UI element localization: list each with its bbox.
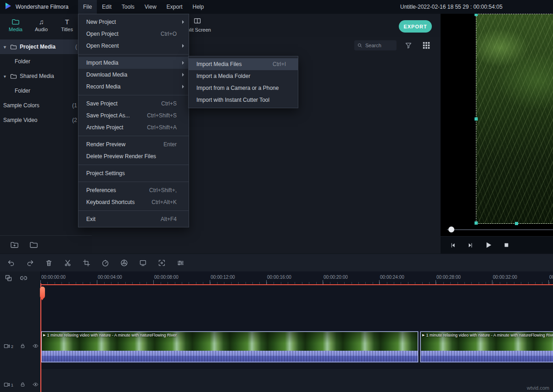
- submenu-import-from-camera-phone[interactable]: Import from a Camera or a Phone: [189, 82, 298, 94]
- file-menu-keyboard-shortcuts[interactable]: Keyboard ShortcutsCtrl+Alt+K: [78, 196, 189, 208]
- track-2-lock-button[interactable]: [20, 343, 26, 349]
- tab-audio-label: Audio: [35, 27, 48, 32]
- delete-button[interactable]: [45, 259, 53, 267]
- music-note-icon: ♫: [39, 18, 44, 25]
- split-clip-button[interactable]: [64, 259, 72, 267]
- selection-handle[interactable]: [475, 14, 478, 16]
- submenu-import-media-folder[interactable]: Import a Media Folder: [189, 70, 298, 82]
- menu-separator: [78, 95, 189, 95]
- scissors-icon: [64, 259, 72, 267]
- menu-separator: [78, 54, 189, 55]
- play-icon: ▶: [422, 333, 425, 337]
- preview-panel: [441, 14, 553, 254]
- export-button[interactable]: EXPORT: [399, 20, 432, 33]
- file-menu-open-recent[interactable]: Open Recent: [78, 40, 189, 52]
- filter-button[interactable]: [405, 42, 412, 49]
- sliders-icon: [177, 259, 184, 267]
- track-1-badge: 1: [4, 382, 13, 387]
- split-screen-icon: [194, 18, 201, 24]
- layers-icon: [5, 274, 12, 282]
- menu-edit[interactable]: Edit: [97, 0, 117, 14]
- clip-2-thumbnails: ▶ 1 minute relaxing video with nature - …: [421, 332, 553, 351]
- filmora-logo-icon: [5, 2, 12, 11]
- clip-1-thumbnails: ▶ 1 minute relaxing video with nature - …: [42, 332, 418, 351]
- eye-icon: [32, 381, 39, 387]
- link-button[interactable]: [20, 274, 28, 282]
- color-correction-button[interactable]: [120, 259, 128, 267]
- stop-button[interactable]: [503, 242, 509, 248]
- file-menu-exit[interactable]: ExitAlt+F4: [78, 213, 189, 225]
- speed-button[interactable]: [101, 259, 109, 267]
- file-menu-delete-preview-render-files[interactable]: Delete Preview Render Files: [78, 150, 189, 162]
- caret-down-icon[interactable]: ▾: [4, 44, 10, 50]
- search-box[interactable]: [354, 40, 397, 50]
- import-media-submenu: Import Media FilesCtrl+I Import a Media …: [188, 56, 298, 108]
- preview-seek-bar[interactable]: [447, 229, 553, 230]
- search-input[interactable]: [364, 42, 395, 49]
- file-menu-save-project[interactable]: Save ProjectCtrl+S: [78, 98, 189, 110]
- file-menu-archive-project[interactable]: Archive ProjectCtrl+Shift+A: [78, 121, 189, 133]
- stop-icon: [503, 242, 509, 248]
- view-mode-button[interactable]: [422, 41, 430, 50]
- crop-button[interactable]: [83, 259, 90, 267]
- new-folder-button[interactable]: [10, 241, 19, 248]
- playback-controls: [441, 236, 553, 254]
- tab-audio[interactable]: ♫ Audio: [28, 14, 54, 37]
- media-panel-footer: [0, 235, 92, 254]
- file-menu-new-project[interactable]: New Project: [78, 16, 189, 28]
- file-menu-preferences[interactable]: PreferencesCtrl+Shift+,: [78, 184, 189, 196]
- undo-button[interactable]: [7, 259, 15, 267]
- menu-tools[interactable]: Tools: [117, 0, 140, 14]
- timeline-toolbar: [0, 254, 553, 271]
- timeline-clip-1[interactable]: ▶ 1 minute relaxing video with nature - …: [41, 331, 418, 362]
- menu-help[interactable]: Help: [188, 0, 209, 14]
- manage-tracks-button[interactable]: [5, 274, 12, 282]
- caret-down-icon[interactable]: ▾: [4, 74, 10, 79]
- selection-handle[interactable]: [475, 221, 478, 225]
- titles-icon: T: [65, 18, 69, 25]
- file-menu-import-media[interactable]: Import Media: [78, 57, 189, 69]
- step-back-icon: [450, 242, 456, 248]
- filter-icon: [405, 42, 412, 49]
- green-screen-button[interactable]: [139, 259, 147, 267]
- watermark: wtvid.com: [527, 385, 549, 391]
- file-menu-project-settings[interactable]: Project Settings: [78, 167, 189, 179]
- clip-2-audio-waveform: [421, 351, 553, 362]
- submenu-import-instant-cutter[interactable]: Import with Instant Cutter Tool: [189, 94, 298, 106]
- video-track-1-lane[interactable]: [40, 369, 553, 392]
- tab-media[interactable]: Media: [3, 14, 28, 37]
- redo-icon: [26, 259, 34, 267]
- file-menu-save-project-as[interactable]: Save Project As...Ctrl+Shift+S: [78, 110, 189, 121]
- play-button[interactable]: [485, 241, 492, 249]
- track-1-visibility-button[interactable]: [32, 381, 39, 387]
- auto-reframe-button[interactable]: [158, 259, 166, 267]
- file-menu-render-preview[interactable]: Render PreviewEnter: [78, 138, 189, 150]
- menu-view[interactable]: View: [140, 0, 162, 14]
- timeline-clip-2[interactable]: ▶ 1 minute relaxing video with nature - …: [420, 331, 553, 362]
- file-menu-record-media[interactable]: Record Media: [78, 81, 189, 93]
- preview-seek-handle[interactable]: [448, 226, 454, 232]
- track-2-visibility-button[interactable]: [32, 343, 39, 349]
- playhead-handle[interactable]: [40, 287, 45, 298]
- menu-file[interactable]: File: [78, 0, 97, 14]
- next-frame-button[interactable]: [467, 242, 474, 248]
- previous-frame-button[interactable]: [450, 242, 456, 248]
- file-menu-open-project[interactable]: Open ProjectCtrl+O: [78, 28, 189, 40]
- selection-handle[interactable]: [475, 117, 478, 121]
- redo-button[interactable]: [26, 259, 34, 267]
- track-1-lock-button[interactable]: [20, 381, 26, 387]
- delete-folder-button[interactable]: [29, 241, 39, 248]
- submenu-import-media-files[interactable]: Import Media FilesCtrl+I: [189, 58, 298, 70]
- adjust-button[interactable]: [177, 259, 184, 267]
- tab-titles[interactable]: T Titles: [54, 14, 80, 37]
- timeline-ruler[interactable]: 00:00:00:00 00:00:04:00 00:00:08:00 00:0…: [40, 271, 553, 285]
- preview-video-canvas[interactable]: [476, 14, 553, 224]
- lock-icon: [20, 343, 26, 349]
- menu-export[interactable]: Export: [162, 0, 188, 14]
- file-menu-download-media[interactable]: Download Media: [78, 69, 189, 81]
- track-1-controls: 1: [0, 381, 40, 387]
- selection-handle[interactable]: [515, 222, 518, 225]
- ruler-major-ticks: [40, 280, 553, 284]
- trash-icon: [45, 259, 53, 267]
- title-bar: Wondershare Filmora File Edit Tools View…: [0, 0, 553, 14]
